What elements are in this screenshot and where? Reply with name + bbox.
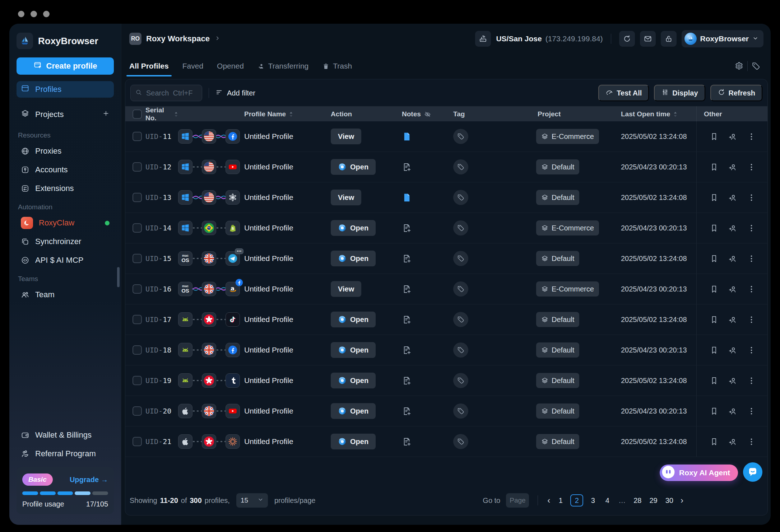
lock-button[interactable]	[661, 31, 677, 47]
switch-user-icon[interactable]	[728, 285, 737, 294]
page-1[interactable]: 1	[556, 494, 565, 507]
switch-user-icon[interactable]	[728, 254, 737, 263]
sidebar-item-proxies[interactable]: Proxies	[17, 143, 114, 159]
switch-user-icon[interactable]	[728, 376, 737, 385]
col-profile-name[interactable]: Profile Name	[244, 110, 331, 118]
page-4[interactable]: 4	[603, 494, 612, 507]
open-profile-button[interactable]: Open	[331, 434, 376, 449]
row-checkbox[interactable]	[133, 223, 142, 233]
bookmark-icon[interactable]	[710, 376, 719, 385]
open-profile-button[interactable]: Open	[331, 220, 376, 236]
switch-user-icon[interactable]	[728, 163, 737, 172]
test-all-button[interactable]: Test All	[598, 85, 649, 101]
project-pill[interactable]: Default	[536, 251, 579, 266]
row-menu-icon[interactable]	[747, 437, 756, 446]
add-tag-button[interactable]	[453, 129, 468, 144]
project-pill[interactable]: Default	[536, 403, 579, 419]
add-tag-button[interactable]	[453, 281, 468, 297]
sidebar-item-extensions[interactable]: Extensions	[17, 180, 114, 197]
page-size-select[interactable]: 15	[236, 493, 268, 508]
sidebar-item-wallet-billings[interactable]: Wallet & Billings	[17, 427, 114, 443]
sidebar-item-projects[interactable]: Projects	[17, 106, 114, 123]
row-menu-icon[interactable]	[747, 132, 756, 141]
view-profile-button[interactable]: View	[331, 129, 361, 144]
goto-page-input[interactable]	[506, 493, 529, 508]
add-tag-button[interactable]	[453, 251, 468, 266]
note-add-icon[interactable]	[402, 162, 450, 172]
open-profile-button[interactable]: Open	[331, 312, 376, 327]
select-all-checkbox[interactable]	[133, 109, 142, 119]
note-add-icon[interactable]	[402, 406, 450, 416]
view-profile-button[interactable]: View	[331, 190, 361, 205]
window-controls[interactable]	[18, 11, 50, 17]
add-tag-button[interactable]	[453, 190, 468, 205]
display-button[interactable]: Display	[654, 85, 705, 101]
open-profile-button[interactable]: Open	[331, 403, 376, 419]
bookmark-icon[interactable]	[710, 193, 719, 202]
row-checkbox[interactable]	[133, 132, 142, 141]
next-page-icon[interactable]: ›	[680, 496, 684, 505]
tab-opened[interactable]: Opened	[217, 54, 244, 78]
bookmark-icon[interactable]	[710, 254, 719, 263]
page-2[interactable]: 2	[570, 494, 583, 507]
row-menu-icon[interactable]	[747, 193, 756, 202]
col-serial[interactable]: Serial No.	[145, 106, 178, 122]
row-checkbox[interactable]	[133, 437, 142, 446]
page-28[interactable]: 28	[632, 494, 643, 507]
row-checkbox[interactable]	[133, 345, 142, 355]
tab-all-profiles[interactable]: All Profiles	[129, 54, 169, 78]
note-add-icon[interactable]	[402, 254, 450, 263]
workspace-switcher[interactable]: RO Roxy Workspace	[129, 33, 220, 45]
prev-page-icon[interactable]: ‹	[547, 496, 551, 505]
row-menu-icon[interactable]	[747, 224, 756, 233]
tab-transferring[interactable]: Transferring	[257, 54, 308, 78]
note-add-icon[interactable]	[402, 437, 450, 447]
window-dot[interactable]	[31, 11, 37, 17]
add-tag-button[interactable]	[453, 312, 468, 327]
bookmark-icon[interactable]	[710, 346, 719, 355]
page-29[interactable]: 29	[648, 494, 659, 507]
row-checkbox[interactable]	[133, 162, 142, 172]
note-add-icon[interactable]	[402, 284, 450, 294]
create-profile-button[interactable]: Create profile	[17, 57, 114, 75]
note-filled-icon[interactable]	[402, 193, 450, 202]
open-profile-button[interactable]: Open	[331, 159, 376, 175]
note-add-icon[interactable]	[402, 376, 450, 386]
sidebar-item-roxyclaw[interactable]: RoxyClaw	[17, 215, 114, 231]
sidebar-item-accounts[interactable]: Accounts	[17, 162, 114, 178]
window-dot[interactable]	[43, 11, 50, 17]
row-checkbox[interactable]	[133, 406, 142, 416]
project-pill[interactable]: E-Commerce	[536, 220, 599, 235]
add-project-icon[interactable]	[102, 110, 110, 119]
bookmark-icon[interactable]	[710, 163, 719, 172]
bookmark-icon[interactable]	[710, 407, 719, 416]
bookmark-icon[interactable]	[710, 315, 719, 324]
switch-user-icon[interactable]	[728, 407, 737, 416]
sidebar-item-api-ai-mcp[interactable]: API $ AI MCP	[17, 252, 114, 269]
add-tag-button[interactable]	[453, 159, 468, 174]
tab-faved[interactable]: Faved	[182, 54, 203, 78]
note-add-icon[interactable]	[402, 223, 450, 233]
page-30[interactable]: 30	[664, 494, 675, 507]
add-tag-button[interactable]	[453, 373, 468, 388]
project-pill[interactable]: Default	[536, 373, 579, 388]
row-menu-icon[interactable]	[747, 163, 756, 172]
row-menu-icon[interactable]	[747, 254, 756, 263]
project-pill[interactable]: E-Commerce	[536, 281, 599, 297]
refresh-button[interactable]: Refresh	[710, 85, 762, 101]
project-pill[interactable]: Default	[536, 312, 579, 327]
note-add-icon[interactable]	[402, 315, 450, 325]
note-add-icon[interactable]	[402, 345, 450, 355]
switch-user-icon[interactable]	[728, 346, 737, 355]
col-notes[interactable]: Notes	[402, 110, 450, 118]
row-checkbox[interactable]	[133, 254, 142, 263]
project-pill[interactable]: Default	[536, 159, 579, 174]
add-tag-button[interactable]	[453, 434, 468, 449]
row-menu-icon[interactable]	[747, 376, 756, 385]
add-tag-button[interactable]	[453, 342, 468, 358]
sidebar-item-profiles[interactable]: Profiles	[17, 81, 114, 98]
row-checkbox[interactable]	[133, 376, 142, 385]
switch-user-icon[interactable]	[728, 132, 737, 141]
sidebar-item-referral-program[interactable]: Referral Program	[17, 445, 114, 462]
proxy-router-button[interactable]	[475, 31, 491, 47]
